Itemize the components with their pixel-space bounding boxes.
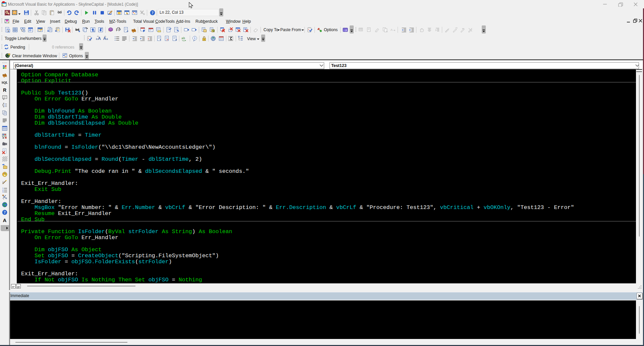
svg-text:!: ! (148, 37, 149, 41)
svg-text:a: a (182, 37, 183, 40)
svg-text:!: ! (167, 39, 168, 42)
svg-text:a: a (106, 37, 108, 41)
svg-text:?: ? (345, 29, 347, 32)
svg-text:A: A (3, 217, 7, 223)
svg-text:b: b (183, 37, 185, 40)
svg-text:A: A (98, 36, 101, 41)
svg-text:?: ? (152, 11, 154, 15)
svg-text:SQL: SQL (2, 81, 8, 84)
svg-text:A: A (391, 28, 393, 31)
svg-text:A: A (103, 36, 106, 41)
svg-text:i: i (194, 37, 195, 40)
svg-text:F: F (116, 28, 118, 32)
svg-text:P: P (119, 28, 121, 32)
svg-text:?: ? (4, 210, 6, 214)
svg-text:1: 1 (8, 29, 9, 32)
svg-text:R: R (3, 87, 6, 93)
svg-text:a: a (96, 37, 98, 41)
svg-text:3: 3 (2, 191, 4, 193)
